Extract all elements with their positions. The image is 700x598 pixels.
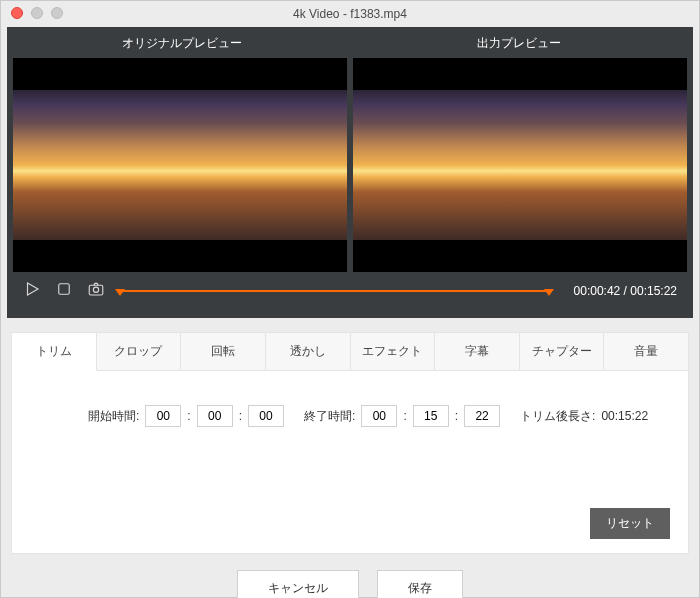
end-ss-input[interactable] [464,405,500,427]
app-window: 4k Video - f1383.mp4 オリジナルプレビュー 出力プレビュー [0,0,700,598]
tab-watermark[interactable]: 透かし [266,333,351,371]
playback-time: 00:00:42 / 00:15:22 [574,284,677,298]
preview-area: オリジナルプレビュー 出力プレビュー 00:00:42 / 00:15:22 [7,27,693,318]
start-time-label: 開始時間: [88,408,139,425]
end-hh-input[interactable] [361,405,397,427]
maximize-icon[interactable] [51,7,63,19]
tab-body-trim: 開始時間: : : 終了時間: : : トリム後長さ: 00:15:22 リセッ… [12,371,688,553]
titlebar: 4k Video - f1383.mp4 [1,1,699,27]
start-mm-input[interactable] [197,405,233,427]
close-icon[interactable] [11,7,23,19]
start-hh-input[interactable] [145,405,181,427]
trim-timeline[interactable] [119,284,550,298]
edit-panel: トリム クロップ 回転 透かし エフェクト 字幕 チャプター 音量 開始時間: … [11,332,689,554]
original-preview-label: オリジナルプレビュー [13,33,350,58]
tab-chapter[interactable]: チャプター [520,333,605,371]
end-mm-input[interactable] [413,405,449,427]
snapshot-icon[interactable] [87,280,105,302]
stop-icon[interactable] [55,280,73,302]
tab-subtitle[interactable]: 字幕 [435,333,520,371]
output-preview-label: 出力プレビュー [350,33,687,58]
trim-handle-end[interactable] [544,289,554,296]
play-icon[interactable] [23,280,41,302]
tab-bar: トリム クロップ 回転 透かし エフェクト 字幕 チャプター 音量 [12,333,688,371]
preview-image [353,90,687,240]
minimize-icon[interactable] [31,7,43,19]
end-time-label: 終了時間: [304,408,355,425]
preview-image [13,90,347,240]
trim-length-label: トリム後長さ: [520,408,595,425]
current-time: 00:00:42 [574,284,621,298]
tab-volume[interactable]: 音量 [604,333,688,371]
footer: キャンセル 保存 [1,554,699,598]
tab-crop[interactable]: クロップ [97,333,182,371]
reset-button[interactable]: リセット [590,508,670,539]
cancel-button[interactable]: キャンセル [237,570,359,598]
tab-trim[interactable]: トリム [12,333,97,371]
trim-handle-start[interactable] [115,289,125,296]
original-preview-pane [13,58,347,272]
total-time: 00:15:22 [630,284,677,298]
window-title: 4k Video - f1383.mp4 [293,7,407,21]
trim-length-value: 00:15:22 [601,409,648,423]
window-controls [11,7,63,19]
start-ss-input[interactable] [248,405,284,427]
save-button[interactable]: 保存 [377,570,463,598]
player-controls: 00:00:42 / 00:15:22 [13,272,687,312]
svg-point-3 [93,287,98,292]
output-preview-pane [353,58,687,272]
tab-rotate[interactable]: 回転 [181,333,266,371]
svg-rect-1 [59,284,70,295]
svg-marker-0 [28,283,39,295]
tab-effect[interactable]: エフェクト [351,333,436,371]
